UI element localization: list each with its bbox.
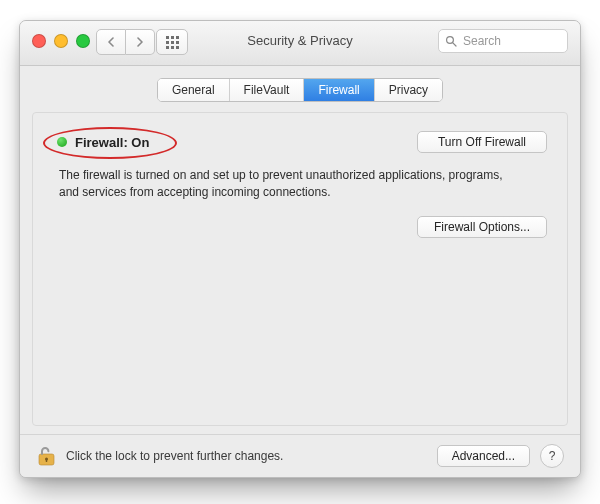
show-all-prefs-button[interactable] (156, 29, 188, 55)
firewall-description: The firewall is turned on and set up to … (59, 167, 519, 202)
chevron-right-icon (136, 37, 144, 47)
nav-buttons (96, 29, 155, 55)
titlebar: Security & Privacy (20, 21, 580, 66)
turn-off-firewall-button[interactable]: Turn Off Firewall (417, 131, 547, 153)
window-controls (32, 34, 90, 48)
maximize-button[interactable] (76, 34, 90, 48)
search-icon (445, 35, 457, 47)
lock-description: Click the lock to prevent further change… (66, 449, 427, 463)
lock-open-icon (36, 444, 56, 468)
tab-firewall[interactable]: Firewall (304, 79, 374, 101)
lock-button[interactable] (36, 444, 56, 468)
tab-bar: General FileVault Firewall Privacy (20, 66, 580, 102)
svg-rect-3 (46, 459, 47, 462)
back-button[interactable] (96, 29, 126, 55)
grid-icon (166, 36, 179, 49)
firewall-options-button[interactable]: Firewall Options... (417, 216, 547, 238)
tab-filevault[interactable]: FileVault (230, 79, 305, 101)
firewall-status-label: Firewall: On (75, 135, 149, 150)
status-indicator-icon (57, 137, 67, 147)
footer: Click the lock to prevent further change… (20, 434, 580, 477)
svg-line-1 (453, 43, 456, 46)
close-button[interactable] (32, 34, 46, 48)
firewall-status: Firewall: On (53, 133, 165, 152)
tab-general[interactable]: General (158, 79, 230, 101)
preferences-window: Security & Privacy General FileVault Fir… (19, 20, 581, 478)
search-field[interactable] (438, 29, 568, 53)
search-input[interactable] (461, 33, 561, 49)
advanced-button[interactable]: Advanced... (437, 445, 530, 467)
chevron-left-icon (107, 37, 115, 47)
help-button[interactable]: ? (540, 444, 564, 468)
tab-privacy[interactable]: Privacy (375, 79, 442, 101)
forward-button[interactable] (126, 29, 155, 55)
firewall-pane: Firewall: On Turn Off Firewall The firew… (32, 112, 568, 426)
minimize-button[interactable] (54, 34, 68, 48)
